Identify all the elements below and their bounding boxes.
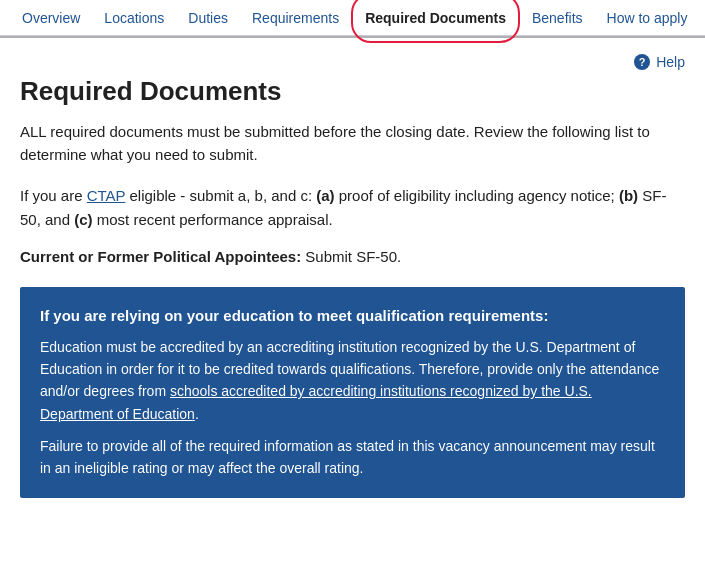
political-bold: Current or Former Political Appointees: [20,248,301,265]
navigation: Overview Locations Duties Requirements R… [0,0,705,36]
help-icon: ? [634,54,650,70]
nav-item-overview[interactable]: Overview [10,0,92,44]
page-title: Required Documents [20,76,685,107]
bluebox-footer: Failure to provide all of the required i… [40,435,665,480]
bluebox-title: If you are relying on your education to … [40,305,665,326]
political-text: Submit SF-50. [301,248,401,265]
nav-item-benefits[interactable]: Benefits [520,0,595,44]
bluebox-body: Education must be accredited by an accre… [40,336,665,426]
ctap-middle: eligible - submit a, b, and c: [125,187,316,204]
education-info-box: If you are relying on your education to … [20,287,685,498]
ctap-bold-c: (c) [74,211,92,228]
nav-item-duties[interactable]: Duties [176,0,240,44]
political-section: Current or Former Political Appointees: … [20,246,685,269]
ctap-text-a: proof of eligibility including agency no… [335,187,619,204]
main-content: ? Help Required Documents ALL required d… [0,38,705,518]
nav-item-required-documents[interactable]: Required Documents [351,0,520,43]
ctap-prefix: If you are [20,187,87,204]
ctap-bold-a: (a) [316,187,334,204]
ctap-text-c: most recent performance appraisal. [93,211,333,228]
ctap-bold-b: (b) [619,187,638,204]
bluebox-body2: . [195,406,199,422]
ctap-link[interactable]: CTAP [87,187,126,204]
help-link[interactable]: ? Help [634,54,685,70]
help-label: Help [656,54,685,70]
intro-text: ALL required documents must be submitted… [20,121,685,166]
nav-item-locations[interactable]: Locations [92,0,176,44]
help-row: ? Help [20,54,685,70]
ctap-section: If you are CTAP eligible - submit a, b, … [20,184,685,232]
nav-item-how-to-apply[interactable]: How to apply [595,0,700,44]
nav-item-requirements[interactable]: Requirements [240,0,351,44]
